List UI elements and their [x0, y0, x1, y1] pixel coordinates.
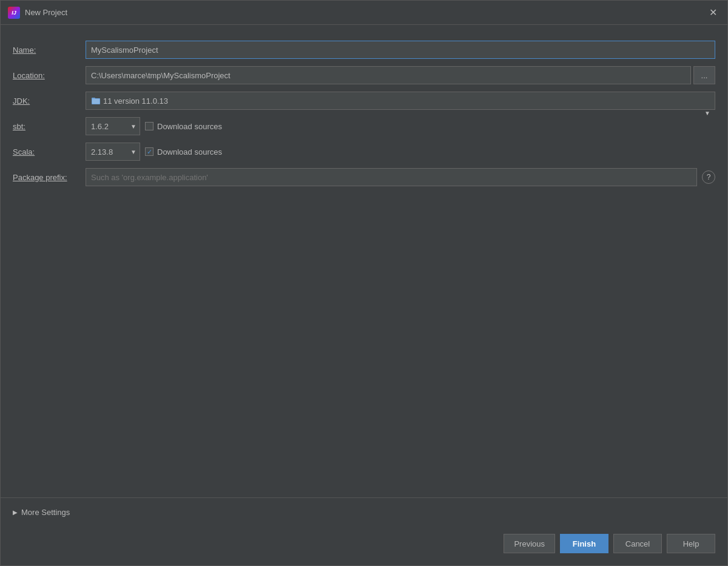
sbt-control: 1.6.2 ▼ Download sources: [86, 113, 715, 139]
package-row: ?: [86, 168, 715, 186]
more-settings-label: More Settings: [21, 508, 70, 517]
location-control: ...: [86, 62, 715, 88]
jdk-control: 11 version 11.0.13 ▼: [86, 88, 715, 113]
close-button[interactable]: ✕: [706, 5, 720, 20]
svg-rect-2: [92, 99, 99, 104]
location-wrapper: ...: [86, 66, 715, 84]
package-prefix-label: Package prefix:: [13, 167, 86, 188]
scala-control: 2.13.8 ▼ Download sources: [86, 139, 715, 164]
cancel-button[interactable]: Cancel: [613, 534, 662, 553]
package-prefix-input[interactable]: [86, 168, 697, 186]
finish-button[interactable]: Finish: [560, 534, 608, 553]
more-settings-arrow-icon: ▶: [13, 509, 18, 516]
location-label: LLocation:ocation:: [13, 65, 86, 86]
sbt-checkbox-box: [145, 122, 153, 130]
sbt-download-sources-checkbox[interactable]: Download sources: [145, 122, 222, 131]
title-bar: IJ New Project ✕: [1, 1, 727, 25]
name-control: [86, 37, 715, 62]
scala-download-sources-label: Download sources: [157, 147, 222, 157]
new-project-dialog: IJ New Project ✕ Name: LLocation:ocation…: [0, 0, 728, 566]
app-icon: IJ: [8, 7, 20, 19]
jdk-folder-icon: [91, 96, 101, 106]
content-spacer: [13, 190, 715, 491]
scala-version-wrapper: 2.13.8 ▼: [86, 143, 140, 161]
scala-download-sources-checkbox[interactable]: Download sources: [145, 147, 222, 157]
scala-checkbox-box: [145, 147, 153, 156]
bottom-section: ▶ More Settings: [1, 497, 727, 527]
jdk-select-wrapper: 11 version 11.0.13 ▼: [86, 92, 715, 110]
sbt-version-wrapper: 1.6.2 ▼: [86, 117, 140, 135]
sbt-download-sources-label: Download sources: [157, 122, 222, 131]
form-grid: Name: LLocation:ocation: ... JDK:: [13, 37, 715, 190]
browse-button[interactable]: ...: [693, 66, 715, 84]
sbt-version-select[interactable]: 1.6.2: [86, 117, 140, 135]
name-input[interactable]: [86, 41, 715, 59]
scala-version-select[interactable]: 2.13.8: [86, 143, 140, 161]
package-help-button[interactable]: ?: [702, 170, 715, 184]
scala-label: Scala:: [13, 141, 86, 163]
previous-button[interactable]: Previous: [504, 534, 555, 553]
help-button[interactable]: Help: [667, 534, 715, 553]
location-input[interactable]: [86, 66, 691, 84]
more-settings-toggle[interactable]: ▶ More Settings: [13, 504, 715, 521]
jdk-label: JDK:: [13, 90, 86, 112]
dialog-content: Name: LLocation:ocation: ... JDK:: [1, 25, 727, 497]
button-row: Previous Finish Cancel Help: [1, 527, 727, 565]
dialog-title: New Project: [25, 8, 706, 17]
name-label: Name:: [13, 39, 86, 61]
package-prefix-control: ?: [86, 164, 715, 190]
sbt-label: sbt:: [13, 116, 86, 137]
jdk-dropdown[interactable]: 11 version 11.0.13: [86, 92, 715, 110]
